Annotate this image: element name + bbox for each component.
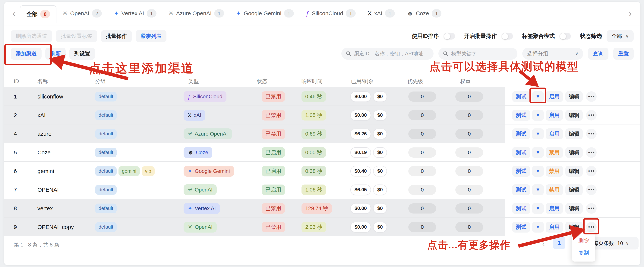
tab-google-gemini[interactable]: ✦Google Gemini1 <box>230 2 300 25</box>
tab-coze[interactable]: ☻Coze1 <box>401 2 448 25</box>
toggle-channel-button[interactable]: 禁用 <box>546 147 563 158</box>
tab-全部[interactable]: 全部8 <box>20 5 56 23</box>
priority-value[interactable]: 0 <box>408 222 436 232</box>
row-name: xAI <box>38 112 46 118</box>
test-button[interactable]: 测试 <box>512 147 530 158</box>
model-keyword-input[interactable] <box>451 51 513 57</box>
test-model-caret-button[interactable]: ▼ <box>532 110 544 121</box>
edit-button[interactable]: 编辑 <box>566 166 583 177</box>
chevron-down-icon: ∨ <box>626 241 629 246</box>
edit-button[interactable]: 编辑 <box>566 147 583 158</box>
tag-aggregate-toggle[interactable] <box>560 33 571 40</box>
more-button-highlight-box <box>583 218 599 234</box>
test-model-caret-button[interactable]: ▼ <box>532 203 544 214</box>
reset-button[interactable]: 重置 <box>613 48 634 60</box>
row-type-badge: ✦Google Gemini <box>184 166 234 177</box>
weight-value[interactable]: 0 <box>455 147 483 158</box>
edit-button[interactable]: 编辑 <box>566 128 583 139</box>
test-model-caret-button[interactable]: ▼ <box>532 166 544 177</box>
priority-value[interactable]: 0 <box>408 129 436 139</box>
row-name: siliconflow <box>38 93 63 100</box>
test-button[interactable]: 测试 <box>512 166 530 177</box>
edit-button[interactable]: 编辑 <box>566 91 583 102</box>
test-button[interactable]: 测试 <box>512 91 530 102</box>
test-model-caret-button[interactable]: ▼ <box>532 184 544 195</box>
toggle-channel-button[interactable]: 启用 <box>546 222 563 232</box>
weight-value[interactable]: 0 <box>455 222 483 232</box>
test-model-caret-button[interactable]: ▼ <box>532 222 544 232</box>
weight-value[interactable]: 0 <box>455 92 483 102</box>
more-actions-button[interactable]: ••• <box>586 203 596 214</box>
test-model-caret-button[interactable]: ▼ <box>532 147 544 158</box>
tab-label: Vertex AI <box>122 10 144 17</box>
edit-button[interactable]: 编辑 <box>566 184 583 195</box>
priority-value[interactable]: 0 <box>408 92 436 102</box>
group-tag: default <box>95 166 116 176</box>
col-response-time: 响应时间 <box>302 78 322 85</box>
column-settings-button[interactable]: 列设置 <box>70 48 95 60</box>
tab-azure-openai[interactable]: ✳Azure OpenAI1 <box>162 2 230 25</box>
type-label: xAI <box>194 112 201 118</box>
toggle-channel-button[interactable]: 启用 <box>546 91 563 102</box>
search-icon <box>443 51 448 56</box>
test-model-caret-button[interactable]: ▼ <box>532 128 544 139</box>
pagination-prev-icon[interactable]: ‹ <box>542 239 545 248</box>
context-delete-item[interactable]: 删除 <box>578 237 589 244</box>
priority-value[interactable]: 0 <box>408 166 436 176</box>
more-actions-button[interactable]: ••• <box>586 184 596 195</box>
weight-value[interactable]: 0 <box>455 166 483 176</box>
batch-set-tags-button[interactable]: 批量设置标签 <box>56 30 97 42</box>
edit-button[interactable]: 编辑 <box>566 110 583 121</box>
tabs-scroll-right-icon[interactable]: › <box>627 9 634 18</box>
weight-value[interactable]: 0 <box>455 185 483 195</box>
toggle-channel-button[interactable]: 启用 <box>546 110 563 121</box>
weight-value[interactable]: 0 <box>455 129 483 139</box>
vertex-icon: ✦ <box>114 10 119 17</box>
test-button[interactable]: 测试 <box>512 128 530 139</box>
sort-by-id-toggle[interactable] <box>444 33 455 40</box>
remaining-quota: $0 <box>373 147 387 158</box>
edit-button[interactable]: 编辑 <box>566 203 583 214</box>
row-context-menu: 删除 复制 <box>572 232 595 261</box>
priority-value[interactable]: 0 <box>408 110 436 120</box>
priority-value[interactable]: 0 <box>408 185 436 195</box>
group-select[interactable]: 选择分组 ∨ <box>522 48 583 60</box>
row-id: 6 <box>14 168 17 174</box>
test-button[interactable]: 测试 <box>512 184 530 195</box>
query-button[interactable]: 查询 <box>588 48 608 60</box>
pagination-page-1[interactable]: 1 <box>553 237 565 249</box>
tab-vertex-ai[interactable]: ✦Vertex AI1 <box>108 2 162 25</box>
edit-button[interactable]: 编辑 <box>566 222 583 232</box>
batch-ops-button[interactable]: 批量操作 <box>101 30 132 42</box>
test-button[interactable]: 测试 <box>512 222 530 232</box>
test-button[interactable]: 测试 <box>512 203 530 214</box>
remaining-quota: $0 <box>373 222 387 232</box>
more-actions-button[interactable]: ••• <box>586 91 596 102</box>
enable-batch-toggle[interactable] <box>502 33 513 40</box>
test-caret-highlight-box <box>530 88 546 103</box>
more-actions-button[interactable]: ••• <box>586 129 596 139</box>
toggle-channel-button[interactable]: 启用 <box>546 203 563 214</box>
priority-value[interactable]: 0 <box>408 147 436 158</box>
toggle-channel-button[interactable]: 禁用 <box>546 166 563 177</box>
test-button[interactable]: 测试 <box>512 110 530 121</box>
toggle-channel-button[interactable]: 禁用 <box>546 184 563 195</box>
caret-down-icon: ▼ <box>536 187 540 193</box>
tab-siliconcloud[interactable]: ƒSiliconCloud1 <box>300 2 362 25</box>
more-actions-button[interactable]: ••• <box>586 110 596 121</box>
tabs-scroll-left-icon[interactable]: ‹ <box>11 9 17 18</box>
weight-value[interactable]: 0 <box>455 110 483 120</box>
status-filter-select[interactable]: 全部 ∨ <box>606 30 634 42</box>
delete-selected-button[interactable]: 删除所选通道 <box>11 30 52 42</box>
compact-list-button[interactable]: 紧凑列表 <box>136 30 166 42</box>
toggle-channel-button[interactable]: 启用 <box>546 128 563 139</box>
tab-xai[interactable]: XxAI1 <box>362 2 401 25</box>
channel-search-input[interactable] <box>354 51 429 57</box>
more-actions-button[interactable]: ••• <box>586 166 596 176</box>
weight-value[interactable]: 0 <box>455 203 483 213</box>
priority-value[interactable]: 0 <box>408 203 436 213</box>
tab-openai[interactable]: ✳OpenAI2 <box>56 2 108 25</box>
row-status-badge: 已启用 <box>262 147 285 158</box>
context-copy-item[interactable]: 复制 <box>578 249 589 256</box>
more-actions-button[interactable]: ••• <box>586 147 596 158</box>
